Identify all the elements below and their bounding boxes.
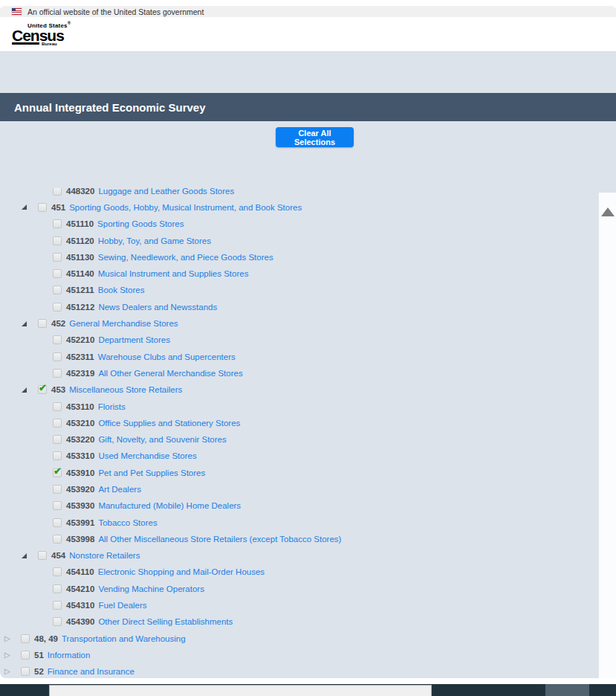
expand-collapsed-icon[interactable]: ▷ [4, 651, 15, 659]
row-checkbox[interactable] [38, 551, 47, 560]
logo-bureau: Bureau [42, 42, 57, 46]
row-name-link[interactable]: Transportation and Warehousing [62, 634, 186, 643]
row-name-link[interactable]: Finance and Insurance [48, 667, 134, 676]
row-name-link[interactable]: Office Supplies and Stationery Stores [98, 419, 240, 428]
row-name-link[interactable]: Other Direct Selling Establishments [98, 617, 233, 626]
row-name-link[interactable]: All Other General Merchandise Stores [98, 369, 242, 378]
row-name-link[interactable]: All Other Miscellaneous Store Retailers … [98, 535, 341, 544]
row-name-link[interactable]: Book Stores [98, 286, 145, 294]
row-checkbox[interactable] [53, 501, 62, 510]
row-checkbox[interactable] [53, 601, 62, 610]
scroll-up-icon[interactable] [601, 207, 615, 216]
row-checkbox[interactable] [53, 617, 62, 626]
row-name-link[interactable]: Sporting Goods Stores [97, 219, 184, 228]
row-checkbox[interactable] [53, 451, 62, 460]
row-checkbox[interactable] [53, 584, 62, 593]
row-name-link[interactable]: Musical Instrument and Supplies Stores [98, 269, 249, 278]
logo-band: United States® Census Bureau [0, 17, 616, 52]
row-checkbox[interactable] [38, 319, 47, 328]
collapse-expanded-icon[interactable] [22, 387, 32, 393]
row-code: 451120 [66, 236, 94, 245]
expand-collapsed-icon[interactable]: ▷ [4, 668, 15, 675]
row-checkbox[interactable] [53, 369, 62, 378]
row-checkbox[interactable] [53, 219, 62, 228]
census-bureau-logo[interactable]: United States® Census Bureau [12, 21, 71, 46]
row-checkbox[interactable] [53, 468, 62, 477]
tree-row: 453 Miscellaneous Store Retailers [0, 381, 598, 398]
row-name-link[interactable]: Miscellaneous Store Retailers [69, 385, 182, 394]
row-name-link[interactable]: Tobacco Stores [98, 518, 157, 527]
row-code: 454210 [66, 584, 94, 593]
vertical-scroll-panel[interactable] [598, 193, 616, 678]
row-checkbox[interactable] [38, 385, 47, 394]
row-code: 453310 [66, 451, 94, 460]
row-checkbox[interactable] [53, 303, 62, 312]
row-name-link[interactable]: Information [48, 651, 91, 660]
row-name-link[interactable]: Luggage and Leather Goods Stores [98, 188, 234, 196]
row-checkbox[interactable] [53, 485, 62, 494]
row-code: 453998 [66, 535, 94, 544]
row-checkbox[interactable] [53, 253, 62, 262]
row-checkbox[interactable] [53, 269, 62, 278]
bottom-bar-segment [545, 684, 589, 696]
row-name-link[interactable]: News Dealers and Newsstands [98, 303, 217, 312]
collapse-expanded-icon[interactable] [22, 321, 32, 326]
row-code: 454 [51, 551, 65, 560]
row-name-link[interactable]: Nonstore Retailers [69, 551, 140, 560]
collapse-expanded-icon[interactable] [22, 553, 32, 558]
row-checkbox[interactable] [53, 335, 62, 344]
row-checkbox[interactable] [38, 203, 47, 212]
row-code: 452319 [66, 369, 94, 378]
row-name-link[interactable]: Used Merchandise Stores [98, 451, 196, 460]
us-flag-icon [12, 8, 22, 15]
row-name-link[interactable]: Fuel Dealers [98, 601, 146, 610]
tree-row: 448320 Luggage and Leather Goods Stores [0, 188, 598, 199]
tree-row: 453210 Office Supplies and Stationery St… [0, 415, 598, 431]
row-checkbox[interactable] [53, 435, 62, 444]
row-checkbox[interactable] [53, 518, 62, 527]
row-name-link[interactable]: Gift, Novelty, and Souvenir Stores [98, 435, 226, 444]
row-name-link[interactable]: Florists [98, 402, 126, 411]
row-name-link[interactable]: Department Stores [98, 335, 170, 344]
row-checkbox[interactable] [21, 634, 30, 643]
row-code: 52 [34, 667, 44, 676]
row-name-link[interactable]: Sporting Goods, Hobby, Musical Instrumen… [69, 203, 302, 212]
row-name-link[interactable]: Hobby, Toy, and Game Stores [98, 236, 211, 245]
tree-row: 454310 Fuel Dealers [0, 597, 598, 613]
row-name-link[interactable]: Pet and Pet Supplies Stores [98, 468, 205, 477]
horizontal-scrollbar[interactable] [49, 685, 432, 696]
row-checkbox[interactable] [53, 402, 62, 411]
row-code: 454390 [66, 617, 94, 626]
tree-row: 452 General Merchandise Stores [0, 315, 598, 332]
tree-row: 453220 Gift, Novelty, and Souvenir Store… [0, 431, 598, 448]
page-title: Annual Integrated Economic Survey [14, 101, 206, 114]
row-checkbox[interactable] [53, 286, 62, 294]
row-checkbox[interactable] [53, 352, 62, 361]
row-code: 451110 [66, 219, 94, 228]
collapse-expanded-icon[interactable] [22, 204, 32, 210]
row-name-link[interactable]: Manufactured (Mobile) Home Dealers [98, 501, 241, 510]
gov-banner-text: An official website of the United States… [27, 7, 204, 16]
page-header: Annual Integrated Economic Survey [0, 93, 616, 121]
row-checkbox[interactable] [21, 667, 30, 676]
tree-row: 452210 Department Stores [0, 332, 598, 348]
row-name-link[interactable]: Warehouse Clubs and Supercenters [98, 352, 236, 361]
row-code: 451212 [66, 303, 94, 312]
tree-row: 451140 Musical Instrument and Supplies S… [0, 265, 598, 282]
row-checkbox[interactable] [53, 188, 62, 196]
tree-row: ▷ 51 Information [0, 647, 598, 663]
row-name-link[interactable]: Art Dealers [98, 485, 141, 494]
row-name-link[interactable]: General Merchandise Stores [69, 319, 178, 328]
row-name-link[interactable]: Sewing, Needlework, and Piece Goods Stor… [98, 253, 273, 262]
clear-all-selections-button[interactable]: Clear All Selections [276, 127, 354, 147]
expand-collapsed-icon[interactable]: ▷ [4, 635, 15, 642]
row-name-link[interactable]: Vending Machine Operators [98, 584, 204, 593]
row-name-link[interactable]: Electronic Shopping and Mail-Order House… [98, 567, 265, 576]
row-checkbox[interactable] [53, 567, 62, 576]
row-checkbox[interactable] [21, 651, 30, 660]
row-checkbox[interactable] [53, 419, 62, 428]
tree-row: 453910 Pet and Pet Supplies Stores [0, 465, 598, 481]
naics-tree-viewport[interactable]: 448320 Luggage and Leather Goods Stores … [0, 188, 598, 678]
row-checkbox[interactable] [53, 535, 62, 544]
row-checkbox[interactable] [53, 236, 62, 245]
